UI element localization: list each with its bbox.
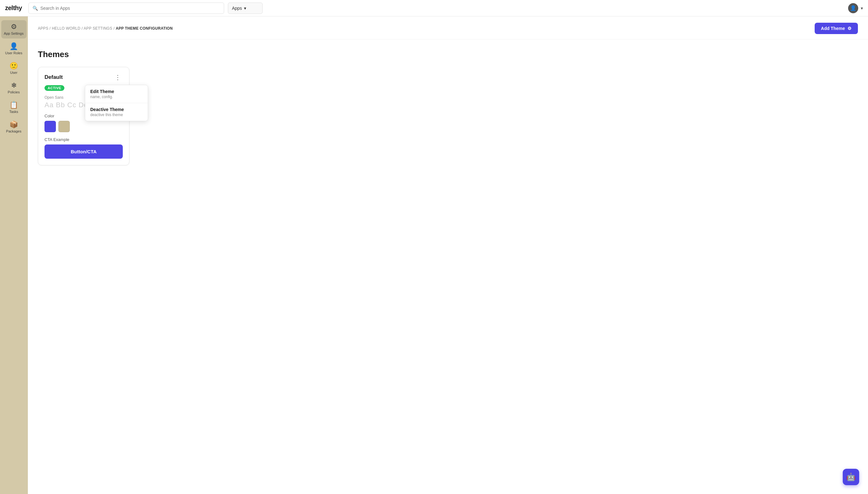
more-options-button[interactable]: ⋮ [113,74,123,81]
sidebar-item-packages[interactable]: 📦 Packages [1,118,26,136]
deactive-theme-sub: deactive this theme [90,113,143,117]
search-bar: 🔍 [29,2,224,14]
sidebar-item-tasks[interactable]: 📋 Tasks [1,98,26,117]
breadcrumb-apps[interactable]: APPS [38,26,48,31]
sidebar: ⚙ App Settings 👤 User Roles 🙂 User ❄ Pol… [0,16,28,494]
more-menu-container: ⋮ Edit Theme name, config. Deactive Them… [113,74,123,81]
edit-theme-sub: name, config. [90,95,143,99]
logo: zelthy [5,4,22,12]
nav-right: 👤 ▾ [848,3,863,13]
user-roles-icon: 👤 [10,43,18,50]
search-icon: 🔍 [33,6,38,11]
chevron-down-icon: ▾ [861,6,863,11]
sidebar-item-label: Policies [8,90,20,94]
add-theme-button[interactable]: Add Theme ⚙ [815,23,858,34]
sidebar-item-label: Tasks [9,110,18,114]
sidebar-item-policies[interactable]: ❄ Policies [1,79,26,97]
avatar[interactable]: 👤 [848,3,858,13]
color-swatch-primary [44,121,56,132]
breadcrumb-app-settings[interactable]: APP SETTINGS [84,26,112,31]
card-title: Default [44,74,63,80]
breadcrumb: APPS / HELLO WORLD / APP SETTINGS / APP … [38,26,173,31]
page-title: Themes [38,50,858,59]
search-input[interactable] [40,6,220,11]
apps-label: Apps [232,6,242,11]
card-header: Default ⋮ Edit Theme name, config. Deact… [44,74,123,81]
tasks-icon: 📋 [10,101,18,109]
policies-icon: ❄ [11,82,17,89]
sidebar-item-label: Packages [6,129,21,133]
theme-card: Default ⋮ Edit Theme name, config. Deact… [38,67,129,165]
edit-theme-label: Edit Theme [90,89,143,94]
topnav: zelthy 🔍 Apps ▾ 👤 ▾ [0,0,868,16]
sidebar-item-user[interactable]: 🙂 User [1,59,26,78]
sidebar-item-label: App Settings [4,32,23,35]
chevron-down-icon: ▾ [244,6,246,11]
color-swatch-secondary [58,121,70,132]
sidebar-item-user-roles[interactable]: 👤 User Roles [1,40,26,58]
cta-label: CTA Example [44,137,123,142]
apps-dropdown[interactable]: Apps ▾ [228,2,263,14]
content-body: Themes Default ⋮ Edit Theme name, config… [28,39,868,175]
cta-button[interactable]: Button/CTA [44,145,123,159]
chat-widget[interactable]: 🤖 [843,469,859,485]
content: APPS / HELLO WORLD / APP SETTINGS / APP … [28,16,868,494]
sidebar-item-label: User [10,71,17,74]
gear-icon: ⚙ [11,23,17,30]
edit-theme-item[interactable]: Edit Theme name, config. [85,85,148,103]
main-layout: ⚙ App Settings 👤 User Roles 🙂 User ❄ Pol… [0,16,868,494]
content-header: APPS / HELLO WORLD / APP SETTINGS / APP … [28,16,868,39]
deactive-theme-item[interactable]: Deactive Theme deactive this theme [85,103,148,121]
breadcrumb-hello-world[interactable]: HELLO WORLD [52,26,80,31]
packages-icon: 📦 [10,121,18,128]
gear-icon: ⚙ [848,26,852,31]
sidebar-item-app-settings[interactable]: ⚙ App Settings [1,20,26,38]
chat-icon: 🤖 [846,473,856,481]
dropdown-menu: Edit Theme name, config. Deactive Theme … [85,85,148,121]
active-badge: ACTIVE [44,85,64,91]
color-swatches [44,121,123,132]
add-theme-label: Add Theme [821,26,845,31]
breadcrumb-current: APP THEME CONFIGURATION [116,26,173,31]
user-icon: 🙂 [10,62,18,70]
sidebar-item-label: User Roles [5,51,22,55]
deactive-theme-label: Deactive Theme [90,107,143,112]
